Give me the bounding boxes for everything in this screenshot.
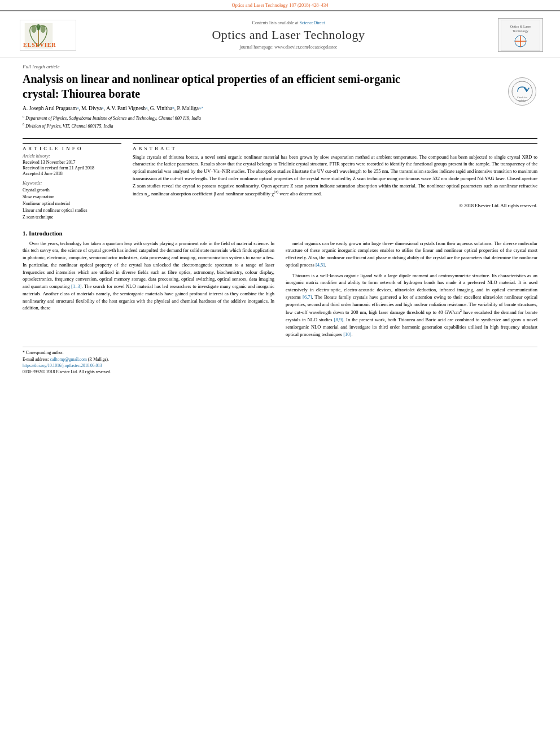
svg-text:Technology: Technology [513,29,528,33]
author-2: M. Divya [81,106,102,111]
doi-line: https://doi.org/10.1016/j.optlastec.2018… [23,362,537,369]
svg-point-2 [41,25,46,33]
accepted-date: Accepted 4 June 2018 [23,171,121,176]
author-3: A.V. Pani Vignesh [106,106,146,111]
email-note: E-mail address: calltomp@gmail.com (P. M… [23,356,537,362]
copyright-line: © 2018 Elsevier Ltd. All rights reserved… [133,203,537,208]
abstract-header: A B S T R A C T [133,143,537,151]
keyword-4: Linear and nonlinear optical studies [23,207,121,214]
history-label: Article history: [23,154,121,159]
intro-right-col: metal organics can be easily grown into … [286,240,537,342]
divider-after-authors [23,138,537,139]
svg-point-3 [36,24,40,30]
journal-logo-right: Optics & Laser Technology [498,18,543,52]
check-updates-section: Check for updates [506,72,537,106]
svg-text:Optics & Laser: Optics & Laser [510,25,531,28]
article-title: Analysis on linear and nonlinear optical… [23,72,418,101]
abstract-text: Single crystals of thiourea borate, a no… [133,154,537,199]
authors-line: A. Joseph Arul Pragasama, M. Divyaa, A.V… [23,106,506,111]
corresponding-author-note: * Corresponding author. [23,350,537,356]
journal-main-title: Optics and Laser Technology [79,28,498,42]
keyword-5: Z scan technique [23,214,121,221]
elsevier-wordmark: ELSEVIER [23,42,56,48]
svg-text:updates: updates [518,99,526,102]
author-5: P. Malliga [177,106,199,111]
intro-para-right-1: metal organics can be easily grown into … [286,240,537,269]
keyword-3: Nonlinear optical material [23,200,121,207]
issn-line: 0030-3992/© 2018 Elsevier Ltd. All right… [23,369,537,375]
intro-para-1: Over the years, technology has taken a q… [23,240,274,312]
sciencedirect-link[interactable]: ScienceDirect [300,20,325,25]
affiliation-b: Division of Physics, VIT, Chennai 600175… [25,124,113,129]
journal-ref: Optics and Laser Technology 107 (2018) 4… [231,2,328,8]
elsevier-logo-section: ELSEVIER [17,20,79,51]
affiliations: a Department of Physics, Sathyabama Inst… [23,113,506,129]
contents-line: Contents lists available at ScienceDirec… [79,20,498,25]
footnote-section: * Corresponding author. E-mail address: … [23,347,537,375]
journal-title-section: Contents lists available at ScienceDirec… [79,20,498,50]
intro-section-header: 1. Introduction [23,230,537,237]
revised-date: Received in revised form 21 April 2018 [23,165,121,171]
article-info-header: A R T I C L E I N F O [23,143,121,151]
intro-para-right-2: Thiourea is a well-known organic ligand … [286,272,537,338]
keywords-header: Keywords: [23,181,121,186]
author-1: A. Joseph Arul Pragasam [23,106,77,111]
affiliation-a: Department of Physics, Sathyabama Instit… [25,116,201,121]
email-link[interactable]: calltomp@gmail.com [50,357,87,362]
received-date: Received 13 November 2017 [23,160,121,165]
svg-point-1 [31,25,36,33]
author-4: G. Vinitha [150,106,172,111]
article-info-section: A R T I C L E I N F O Article history: R… [23,143,121,221]
elsevier-logo: ELSEVIER [20,20,76,51]
doi-link[interactable]: https://doi.org/10.1016/j.optlastec.2018… [23,363,102,368]
article-type: Full length article [23,64,537,69]
journal-homepage: journal homepage: www.elsevier.com/locat… [79,45,498,50]
intro-left-col: Over the years, technology has taken a q… [23,240,274,342]
abstract-section: A B S T R A C T Single crystals of thiou… [133,143,537,221]
keyword-2: Slow evaporation [23,194,121,200]
keyword-1: Crystal growth [23,187,121,194]
